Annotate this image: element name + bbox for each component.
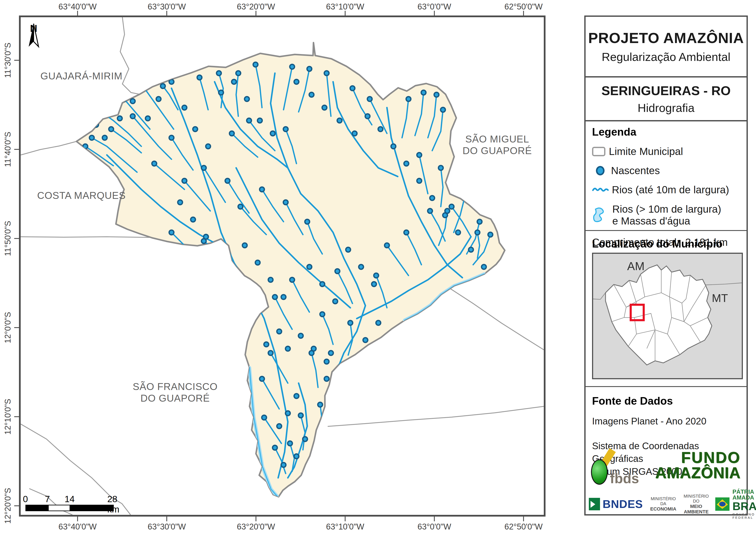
- nascente-dot: [160, 84, 165, 89]
- graticule-tick: [14, 416, 19, 417]
- graticule-label: 11°50'0"S: [3, 221, 13, 256]
- location-inset-map: AM MT: [592, 253, 743, 379]
- graticule-label: 12°20'0"S: [3, 488, 13, 524]
- graticule-tick: [166, 517, 167, 521]
- nascente-dot: [311, 346, 316, 351]
- nascente-dot: [130, 114, 135, 118]
- nascente-dot: [404, 161, 409, 166]
- project-title: PROJETO AMAZÔNIA: [588, 30, 744, 46]
- nascente-dot: [417, 178, 421, 183]
- nascente-dot: [367, 97, 372, 101]
- nascente-dot: [288, 441, 292, 446]
- nascente-dot: [333, 299, 338, 304]
- nascente-dot: [217, 252, 221, 256]
- graticule-tick: [434, 517, 435, 521]
- graticule-tick: [14, 60, 19, 61]
- nascente-dot: [96, 107, 101, 112]
- nascente-dot: [169, 230, 174, 235]
- nascente-dot: [428, 209, 432, 213]
- nascente-dot: [294, 454, 299, 459]
- neighbor-boundary-line: [450, 289, 544, 350]
- nascente-dot: [255, 260, 260, 265]
- fbds-logo: fbds: [591, 451, 656, 487]
- data-source-line: Imagens Planet - Ano 2020: [592, 416, 739, 427]
- nascente-dot: [219, 90, 224, 95]
- legend-item-nascentes: Nascentes: [592, 165, 734, 176]
- section-divider: [585, 230, 746, 231]
- nascente-dot: [329, 351, 333, 355]
- brazil-flag-icon: [715, 497, 730, 511]
- nascente-dot: [449, 204, 454, 209]
- scale-tick-28: 28 km: [107, 494, 120, 515]
- nascente-dot: [376, 320, 381, 325]
- nascente-dot: [182, 105, 187, 110]
- nascente-dot: [337, 118, 342, 123]
- graticule-label: 63°30'0"W: [148, 522, 186, 531]
- data-source-heading: Fonte de Dados: [592, 395, 739, 407]
- nascente-dot: [257, 118, 262, 123]
- nascente-dot: [247, 118, 252, 123]
- neighbor-boundary-line: [21, 141, 76, 155]
- nascente-dot: [182, 178, 187, 183]
- nascente-dot: [441, 107, 445, 112]
- nascente-dot: [434, 92, 439, 97]
- nascente-dot: [130, 99, 135, 104]
- neighbor-boundary-line: [328, 406, 544, 426]
- nascente-dot: [481, 265, 486, 269]
- scale-bar-graphic: [25, 505, 114, 511]
- nascente-dot: [283, 127, 288, 132]
- nascente-dot: [83, 144, 88, 149]
- bndes-wordmark: BNDES: [603, 497, 643, 511]
- nascente-dot: [352, 131, 357, 136]
- legend-heading: Legenda: [592, 126, 734, 138]
- fbds-wordmark: fbds: [610, 470, 639, 486]
- nascente-dot: [231, 79, 236, 84]
- nascente-dot: [294, 79, 299, 84]
- graticule-tick: [345, 517, 346, 521]
- main-map-frame: GUAJARÁ-MIRIMCOSTA MARQUESSÃO MIGUEL DO …: [19, 15, 546, 517]
- nascente-dot: [259, 376, 264, 381]
- nascente-dot: [118, 116, 122, 121]
- nascente-dot: [236, 71, 241, 76]
- nascente-dot: [406, 97, 411, 101]
- nascente-dot: [307, 66, 312, 71]
- brasil-line1: PÁTRIA AMADA: [733, 489, 756, 501]
- nascente-dot: [245, 97, 249, 101]
- sidebar: PROJETO AMAZÔNIA Regularização Ambiental…: [584, 15, 748, 516]
- municipal-limit-icon: [592, 147, 606, 156]
- scale-seg-white: [48, 505, 70, 511]
- legend-item-massas: Rios (> 10m de largura)e Massas d'água: [592, 203, 734, 227]
- fundo-amazonia-logo: FUNDO AMAZÔNIA: [655, 450, 741, 480]
- nascente-dot: [421, 90, 426, 95]
- water-body-icon: [592, 205, 609, 225]
- graticule-label: 63°0'0"W: [418, 522, 451, 531]
- nascente-dot: [285, 411, 290, 416]
- map-document-page: GUAJARÁ-MIRIMCOSTA MARQUESSÃO MIGUEL DO …: [0, 0, 756, 534]
- nascente-dot: [290, 277, 294, 282]
- nascente-dot: [253, 62, 258, 67]
- graticule-tick: [14, 505, 19, 506]
- inset-label-mt: MT: [712, 292, 728, 304]
- graticule-tick: [166, 11, 167, 15]
- nascente-dot: [303, 437, 308, 442]
- nascente-dot: [385, 243, 389, 248]
- nascente-dot: [268, 277, 273, 282]
- graticule-label: 62°50'0"W: [504, 2, 543, 12]
- brasil-line3: GOVERNO FEDERAL: [733, 513, 756, 519]
- nascente-dot: [217, 71, 221, 76]
- nascente-dot: [202, 165, 206, 170]
- graticule-label: 11°30'0"S: [3, 43, 13, 78]
- nascente-dot: [203, 234, 208, 239]
- nascente-dot: [488, 232, 493, 237]
- legend-item-label: Limite Municipal: [609, 145, 683, 157]
- nascente-dot: [475, 230, 480, 235]
- spring-dot-icon: [596, 166, 605, 175]
- project-subtitle: Regularização Ambiental: [602, 50, 730, 64]
- legend-item-limite: Limite Municipal: [592, 145, 734, 157]
- nascente-dot: [273, 445, 277, 450]
- graticule-label: 63°10'0"W: [326, 2, 364, 12]
- graticule-tick: [14, 327, 19, 328]
- north-arrow: N: [26, 23, 41, 61]
- nascente-dot: [290, 64, 294, 69]
- nascente-dot: [477, 219, 482, 224]
